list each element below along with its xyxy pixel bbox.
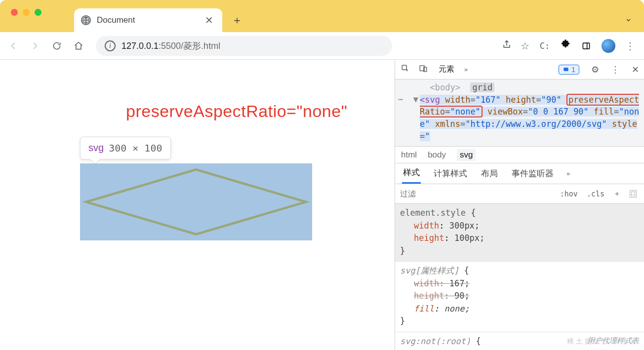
crumb-html[interactable]: html [401,150,417,160]
tooltip-tag: svg [88,142,104,154]
share-icon[interactable] [502,39,512,52]
elements-gutter-icon: ⋯ ▼ [398,93,418,106]
forward-button[interactable] [29,39,41,52]
styles-filter-input[interactable] [400,189,553,198]
traffic-lights [11,9,41,16]
elements-breadcrumb: html body svg [395,147,644,163]
devtools-tabbar: 元素 » 1 ⚙ ⋮ ✕ [395,60,644,79]
rule-selector: svg:not(:root) [400,336,471,346]
styles-subtabs: 样式 计算样式 布局 事件监听器 » [395,163,644,184]
svg-rect-6 [564,67,568,71]
settings-icon[interactable]: ⚙ [591,64,599,75]
tab-strip: Document ✕ ＋ [74,0,246,32]
elements-tree[interactable]: <body> grid ⋯ ▼ <svg width="167" height=… [395,79,644,147]
tab-close-button[interactable]: ✕ [205,14,213,26]
styles-filter-row: :hov .cls ＋ ⿴ [395,184,644,204]
new-tab-button[interactable]: ＋ [228,11,246,29]
device-toggle-icon[interactable] [418,64,429,75]
browser-menu-button[interactable]: ⋮ [624,39,637,52]
tabs-overflow-button[interactable]: ⌄ [625,13,632,24]
crumb-body[interactable]: body [428,150,446,160]
new-rule-button[interactable]: ＋ [611,189,623,198]
window-close-button[interactable] [11,9,18,16]
page-viewport: preserveAspectRatio="none" svg 300 × 100 [0,60,395,350]
tooltip-dimensions: 300 × 100 [109,142,162,154]
watermark-text: 稀土掘金技术社区 [567,337,638,346]
crumb-svg[interactable]: svg [457,149,476,161]
window-titlebar: Document ✕ ＋ ⌄ [0,0,644,32]
elements-selected-line[interactable]: <svg width="167" height="90" preserveAsp… [398,94,641,143]
page-headline: preserveAspectRatio="none" [126,102,347,121]
svg-rect-1 [583,43,589,49]
hov-toggle[interactable]: :hov [558,190,580,198]
styles-pane[interactable]: element.style { width: 300px; height: 10… [395,204,644,350]
rule-selector: svg[属性样式] [400,266,459,275]
devtools-panel: 元素 » 1 ⚙ ⋮ ✕ <body> grid ⋯ ▼ <svg width=… [395,60,644,350]
devtools-menu-icon[interactable]: ⋮ [611,64,620,75]
subtabs-more-icon[interactable]: » [566,170,570,177]
inspect-element-icon[interactable] [400,64,411,75]
home-button[interactable] [72,39,85,52]
side-panel-icon[interactable] [580,39,593,52]
back-button[interactable] [7,39,20,52]
subtab-computed[interactable]: 计算样式 [433,165,468,182]
rule-svg-attr[interactable]: svg[属性样式] { width: 167; height: 90; fill… [395,262,644,332]
svg-marker-2 [86,169,306,234]
browser-toolbar: i 127.0.0.1:5500/菱形.html ☆ C: ⋮ [0,32,644,60]
url-text: 127.0.0.1:5500/菱形.html [121,40,220,52]
elements-prev-line: <body> grid [398,81,641,94]
bookmark-icon[interactable]: ☆ [521,40,529,52]
issues-count: 1 [571,66,575,74]
window-minimize-button[interactable] [23,9,30,16]
cls-toggle[interactable]: .cls [585,190,606,198]
toolbar-right: ☆ C: ⋮ [502,39,637,53]
profile-avatar[interactable] [602,39,615,53]
subtab-listeners[interactable]: 事件监听器 [511,165,555,182]
inspected-svg-overlay[interactable] [80,163,312,240]
toggle-sidebar-icon[interactable]: ⿴ [628,190,639,198]
issues-badge[interactable]: 1 [559,65,579,75]
element-tooltip: svg 300 × 100 [80,137,171,159]
tab-title: Document [97,15,135,25]
extensions-c-icon[interactable]: C: [538,39,551,52]
address-bar[interactable]: i 127.0.0.1:5500/菱形.html [96,36,392,56]
svg-point-0 [83,17,89,24]
browser-tab-active[interactable]: Document ✕ [74,8,222,32]
devtools-close-icon[interactable]: ✕ [632,64,639,75]
window-zoom-button[interactable] [35,9,41,16]
reload-button[interactable] [50,39,63,52]
subtab-layout[interactable]: 布局 [480,165,499,182]
rule-element-style[interactable]: element.style { width: 300px; height: 10… [395,204,644,262]
tabs-more-icon[interactable]: » [464,66,468,73]
rule-selector: element.style [400,208,466,218]
site-info-icon[interactable]: i [105,40,116,51]
subtab-styles[interactable]: 样式 [402,164,421,184]
globe-icon [81,15,91,25]
extensions-icon[interactable] [560,39,571,52]
tab-elements[interactable]: 元素 [436,62,457,77]
